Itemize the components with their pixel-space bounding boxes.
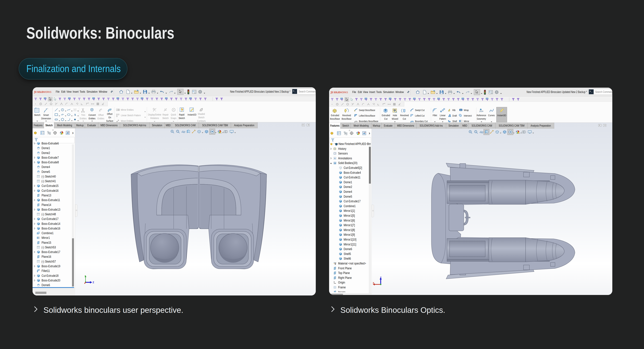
svg-text:Z: Z: [92, 281, 94, 284]
svg-text:Z: Z: [380, 277, 382, 279]
svg-text:Y: Y: [84, 275, 86, 277]
svg-text:X: X: [373, 282, 374, 284]
svg-text:ab: ab: [460, 109, 462, 111]
svg-text:A: A: [334, 157, 336, 159]
